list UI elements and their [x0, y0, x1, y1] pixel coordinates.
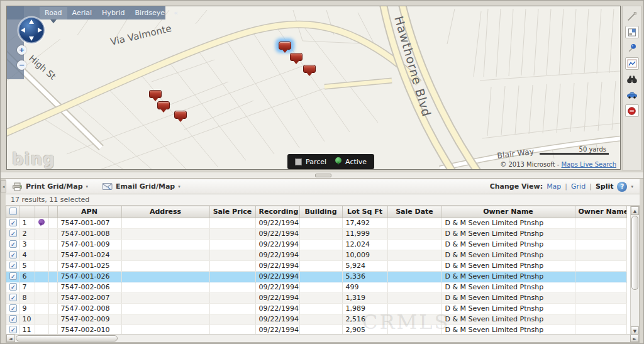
splitter-drag-handle[interactable]	[315, 174, 331, 177]
map-tab-birdseye[interactable]: Birdseye	[130, 7, 170, 19]
remove-icon[interactable]	[625, 104, 639, 117]
horizontal-scrollbar[interactable]: ◄ ►	[6, 334, 639, 342]
grid-toolbar: ◂ Print Grid/Map ▾ Email Grid/Map ▾ Chan…	[6, 179, 640, 194]
panel-collapse-button[interactable]: ◂	[1, 180, 6, 192]
row-checkbox[interactable]: ✓	[9, 326, 17, 333]
map-pin[interactable]	[157, 101, 170, 109]
col-building[interactable]: Building	[299, 206, 342, 218]
table-row[interactable]: ✓57547-001-02509/22/19945,924D & M Seven…	[6, 260, 626, 271]
printer-icon	[12, 182, 23, 191]
results-count-bar: 17 results, 11 selected	[6, 194, 640, 206]
scale-line	[540, 153, 609, 155]
scale-label: 50 yards	[540, 146, 609, 153]
table-row[interactable]: ✓17547-001-00709/22/199417,492D & M Seve…	[6, 218, 626, 228]
map-scale-bar: 50 yards	[540, 146, 609, 155]
map-pin[interactable]	[290, 53, 303, 61]
email-grid-map-button[interactable]: Email Grid/Map ▾	[102, 182, 180, 191]
tab-bar-collapse-button[interactable]: «	[170, 7, 182, 19]
table-row[interactable]: ✓47547-001-02409/22/199410,009D & M Seve…	[6, 250, 626, 260]
application-window: Via Valmonte High St Hawthorne Blvd Blai…	[0, 0, 644, 344]
results-grid: APN Address Sale Price Recording D Build…	[6, 206, 640, 343]
email-dropdown-caret: ▾	[178, 184, 180, 189]
purple-pin-icon	[38, 219, 45, 228]
horizontal-scroll-thumb[interactable]	[16, 335, 118, 341]
table-row[interactable]: ✓27547-001-00809/22/199411,999D & M Seve…	[6, 228, 626, 239]
col-owner-name[interactable]: Owner Name	[441, 206, 575, 218]
map-copyright: © 2013 Microsoft - Maps Live Search	[500, 161, 616, 168]
print-grid-map-button[interactable]: Print Grid/Map ▾	[12, 182, 88, 191]
map-pin[interactable]	[149, 90, 162, 98]
table-row[interactable]: ✓87547-002-00709/22/19941,319D & M Seven…	[6, 292, 626, 303]
photo-chart-icon[interactable]	[625, 57, 639, 70]
view-split-current: Split	[596, 182, 614, 191]
select-all-checkbox[interactable]	[9, 208, 17, 215]
help-dropdown-caret[interactable]: ▾	[631, 184, 633, 189]
active-pin-icon	[335, 157, 341, 166]
legend-active: Active	[335, 157, 367, 166]
row-checkbox[interactable]: ✓	[9, 283, 17, 291]
change-view-group: Change View: Map | Grid | Split ? ▾	[490, 182, 633, 192]
pushpin-icon[interactable]	[625, 42, 639, 54]
col-row-number[interactable]	[19, 206, 35, 218]
overview-window-icon[interactable]	[625, 26, 639, 38]
vertical-scrollbar[interactable]: ▲ ▼	[630, 206, 639, 335]
map-legend: Parcel Active	[287, 154, 374, 169]
car-icon[interactable]	[625, 89, 639, 101]
row-checkbox[interactable]: ✓	[9, 294, 17, 301]
map-pin[interactable]	[174, 111, 187, 119]
legend-parcel: Parcel	[295, 158, 326, 166]
map-pan-compass[interactable]	[16, 15, 47, 45]
table-row[interactable]: ✓77547-002-00609/22/1994499D & M Seven L…	[6, 282, 626, 292]
col-lot-sq-ft[interactable]: Lot Sq Ft	[342, 206, 387, 218]
grid-body: ✓17547-001-00709/22/199417,492D & M Seve…	[6, 218, 626, 335]
col-sale-price[interactable]: Sale Price	[209, 206, 255, 218]
scroll-up-button[interactable]: ▲	[631, 206, 639, 215]
table-row[interactable]: ✓97547-002-00809/22/19941,989D & M Seven…	[6, 303, 626, 314]
map-zoom-in-button[interactable]: +	[17, 45, 26, 55]
scroll-right-button[interactable]: ►	[630, 335, 639, 342]
col-sale-date[interactable]: Sale Date	[387, 206, 441, 218]
map-tab-aerial[interactable]: Aerial	[67, 7, 97, 19]
col-owner-name-2[interactable]: Owner Name 2	[575, 206, 626, 218]
map-zoom-out-button[interactable]: −	[17, 60, 26, 70]
grid-header-row: APN Address Sale Price Recording D Build…	[6, 206, 626, 218]
binoculars-icon[interactable]	[625, 73, 639, 86]
map-tab-hybrid[interactable]: Hybrid	[97, 7, 130, 19]
map-tools-toolbar	[622, 6, 641, 170]
email-icon	[102, 182, 113, 191]
view-grid-link[interactable]: Grid	[571, 182, 586, 191]
map-pin[interactable]	[303, 65, 316, 73]
row-checkbox[interactable]: ✓	[9, 230, 17, 237]
print-dropdown-caret: ▾	[86, 184, 89, 189]
vertical-scroll-thumb[interactable]	[631, 216, 638, 290]
col-apn[interactable]: APN	[57, 206, 121, 218]
view-map-link[interactable]: Map	[547, 182, 561, 191]
measure-icon[interactable]	[625, 10, 639, 23]
col-address[interactable]: Address	[121, 206, 209, 218]
row-checkbox[interactable]: ✓	[9, 262, 17, 269]
bing-logo: bing	[12, 150, 55, 169]
help-icon[interactable]: ?	[617, 182, 627, 192]
col-pin[interactable]	[35, 206, 48, 218]
row-checkbox[interactable]: ✓	[9, 304, 17, 312]
map-grid-splitter	[1, 172, 644, 179]
map-canvas-svg: Via Valmonte High St Hawthorne Blvd Blai…	[7, 6, 620, 169]
row-checkbox[interactable]: ✓	[9, 251, 17, 258]
row-checkbox[interactable]: ✓	[9, 315, 17, 323]
row-checkbox[interactable]: ✓	[9, 240, 17, 248]
row-checkbox[interactable]: ✓	[9, 272, 17, 280]
table-row[interactable]: ✓107547-002-00909/22/19942,516D & M Seve…	[6, 314, 626, 325]
parcel-swatch-icon	[295, 158, 302, 165]
map-panel[interactable]: Via Valmonte High St Hawthorne Blvd Blai…	[6, 6, 621, 170]
col-recording-date[interactable]: Recording D	[255, 206, 299, 218]
map-pin-highlighted[interactable]	[279, 42, 291, 50]
map-tabs: RoadAerialHybridBirdseye	[40, 7, 170, 19]
table-row[interactable]: ✓67547-001-02609/22/19945,336D & M Seven…	[6, 271, 626, 282]
scroll-left-button[interactable]: ◄	[6, 335, 15, 342]
maps-live-search-link[interactable]: Maps Live Search	[562, 161, 616, 168]
row-checkbox[interactable]: ✓	[9, 219, 17, 226]
col-spacer	[48, 206, 57, 218]
table-row[interactable]: ✓37547-001-00909/22/199412,024D & M Seve…	[6, 239, 626, 250]
